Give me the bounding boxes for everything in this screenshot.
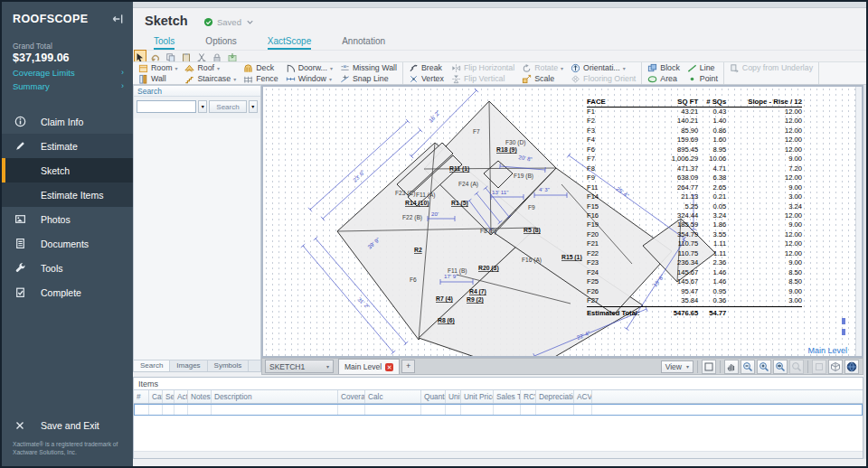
tool-line[interactable]: Line bbox=[684, 62, 722, 73]
chevron-down-icon[interactable]: ▾ bbox=[233, 76, 236, 82]
view-3d-button[interactable] bbox=[828, 360, 843, 374]
tool-label: Point bbox=[700, 74, 718, 83]
save-and-exit-button[interactable]: Save and Exit bbox=[2, 414, 133, 437]
sidebar-item-documents[interactable]: Documents bbox=[2, 231, 133, 256]
items-cell[interactable] bbox=[163, 404, 175, 416]
zoom-fit-button[interactable] bbox=[773, 360, 788, 374]
sidebar-item-tools[interactable]: Tools bbox=[2, 256, 133, 280]
items-cell[interactable] bbox=[461, 404, 494, 416]
tool-block[interactable]: Block bbox=[644, 62, 684, 73]
tool-point[interactable]: Point bbox=[684, 73, 722, 84]
search-panel-tab-search[interactable]: Search bbox=[134, 360, 170, 371]
floororient-icon bbox=[571, 74, 580, 84]
window-scrollbar[interactable] bbox=[863, 85, 866, 459]
items-cell[interactable] bbox=[574, 404, 592, 416]
sidebar-item-complete[interactable]: Complete bbox=[2, 280, 133, 304]
search-panel-tab-symbols[interactable]: Symbols bbox=[208, 360, 250, 371]
ridge-label: R4 (7) bbox=[469, 288, 486, 295]
copy-tool-icon[interactable] bbox=[165, 51, 176, 61]
items-cell[interactable] bbox=[521, 404, 536, 416]
items-empty-row[interactable] bbox=[134, 404, 863, 416]
undo-tool-icon[interactable] bbox=[150, 51, 161, 61]
items-cell[interactable] bbox=[188, 404, 212, 416]
level-tab-close-icon[interactable]: ✕ bbox=[385, 363, 393, 371]
tool-room[interactable]: Room▾ bbox=[135, 62, 181, 73]
tool-area[interactable]: Area bbox=[644, 73, 684, 84]
chevron-down-icon[interactable]: ▾ bbox=[217, 65, 220, 71]
globe-view-button[interactable] bbox=[844, 360, 859, 374]
search-panel-tab-images[interactable]: Images bbox=[170, 360, 207, 371]
tab-annotation[interactable]: Annotation bbox=[342, 33, 385, 50]
tool-scale[interactable]: Scale bbox=[518, 73, 567, 84]
export-tool-icon[interactable] bbox=[227, 51, 238, 61]
sidebar-item-estimate-items[interactable]: Estimate Items bbox=[2, 183, 133, 207]
tool-vertex[interactable]: Vertex bbox=[405, 73, 448, 84]
chevron-down-icon[interactable]: ▾ bbox=[330, 65, 333, 71]
pan-button[interactable] bbox=[724, 360, 739, 374]
tool-missing-wall[interactable]: Missing Wall bbox=[336, 62, 401, 73]
items-cell[interactable] bbox=[494, 404, 521, 416]
items-cell[interactable] bbox=[421, 404, 446, 416]
tool-window[interactable]: Window▾ bbox=[282, 73, 336, 84]
chevron-down-icon[interactable]: ▾ bbox=[329, 76, 332, 82]
tool-fence[interactable]: Fence bbox=[240, 73, 281, 84]
cursor-tool-icon[interactable] bbox=[135, 51, 146, 61]
tool-doorw[interactable]: Doorw...▾ bbox=[282, 62, 336, 73]
chevron-down-icon[interactable]: ▾ bbox=[175, 65, 177, 71]
sidebar-link-summary[interactable]: Summary› bbox=[2, 80, 133, 93]
items-cell[interactable] bbox=[212, 404, 338, 416]
tool-roof[interactable]: Roof▾ bbox=[181, 62, 240, 73]
tool-snap-line[interactable]: Snap Line bbox=[336, 73, 401, 84]
items-cell[interactable] bbox=[536, 404, 574, 416]
cut-tool-icon[interactable] bbox=[196, 51, 207, 61]
sidebar-collapse-icon[interactable] bbox=[111, 13, 124, 25]
chevron-down-icon[interactable]: ▾ bbox=[561, 65, 563, 71]
face-table-row: F22110.751.1112.00 bbox=[587, 249, 802, 258]
sheet-selector[interactable]: SKETCH1▾ bbox=[265, 360, 334, 373]
sidebar-link-coverage-limits[interactable]: Coverage Limits› bbox=[2, 66, 133, 80]
view-dropdown[interactable]: View▾ bbox=[661, 360, 693, 373]
search-button-dropdown[interactable]: ▾ bbox=[249, 100, 258, 113]
sidebar-item-claim-info[interactable]: Claim Info bbox=[2, 109, 133, 134]
tab-xactscope[interactable]: XactScope bbox=[268, 33, 311, 50]
sketch-canvas[interactable]: F7F30 (D)R18 (9)R11 (1)F19 (B)F24 (A)F23… bbox=[261, 85, 863, 358]
items-cell[interactable] bbox=[134, 404, 149, 416]
search-button[interactable]: Search bbox=[209, 100, 246, 113]
tool-label: Missing Wall bbox=[353, 63, 397, 72]
items-cell[interactable] bbox=[338, 404, 365, 416]
search-input-dropdown[interactable]: ▾ bbox=[198, 100, 207, 113]
zoom-in-button[interactable] bbox=[757, 360, 771, 374]
chevron-down-icon[interactable]: ▾ bbox=[623, 65, 626, 71]
tool-break[interactable]: Break bbox=[405, 62, 448, 73]
zoom-out-button[interactable] bbox=[741, 360, 755, 374]
ridge-label: R14 (10) bbox=[405, 200, 429, 207]
tool-label: Vertex bbox=[421, 74, 444, 83]
items-cell[interactable] bbox=[365, 404, 421, 416]
tab-tools[interactable]: Tools bbox=[154, 33, 175, 50]
lock-tool-icon[interactable] bbox=[212, 51, 222, 61]
saved-status[interactable]: Saved bbox=[203, 17, 255, 27]
select-rectangle-button[interactable] bbox=[702, 360, 716, 374]
items-cell[interactable] bbox=[446, 404, 461, 416]
paste-tool-icon[interactable] bbox=[181, 51, 192, 61]
tab-options[interactable]: Options bbox=[205, 33, 236, 50]
staircase-icon bbox=[184, 74, 194, 84]
face-label: F30 (D) bbox=[505, 139, 525, 146]
search-input[interactable] bbox=[137, 100, 196, 113]
items-cell[interactable] bbox=[592, 404, 863, 416]
tool-orientati[interactable]: Orientati...▾ bbox=[567, 62, 639, 73]
level-tab[interactable]: Main Level ✕ bbox=[338, 359, 400, 374]
sidebar-item-sketch[interactable]: Sketch bbox=[2, 158, 133, 183]
items-cell[interactable] bbox=[175, 404, 188, 416]
tool-wall[interactable]: Wall bbox=[135, 73, 181, 84]
sidebar-item-estimate[interactable]: Estimate bbox=[2, 134, 133, 158]
tool-staircase[interactable]: Staircase▾ bbox=[181, 73, 240, 84]
sidebar-item-photos[interactable]: Photos bbox=[2, 207, 133, 231]
tool-deck[interactable]: Deck bbox=[240, 62, 281, 73]
items-cell[interactable] bbox=[149, 404, 163, 416]
add-level-tab[interactable]: + bbox=[401, 360, 415, 373]
canvas-vertical-scrollbar[interactable] bbox=[855, 87, 862, 356]
levels-button[interactable] bbox=[812, 360, 826, 374]
items-scrollbar[interactable] bbox=[134, 451, 863, 458]
zoom-window-button[interactable] bbox=[789, 360, 804, 374]
